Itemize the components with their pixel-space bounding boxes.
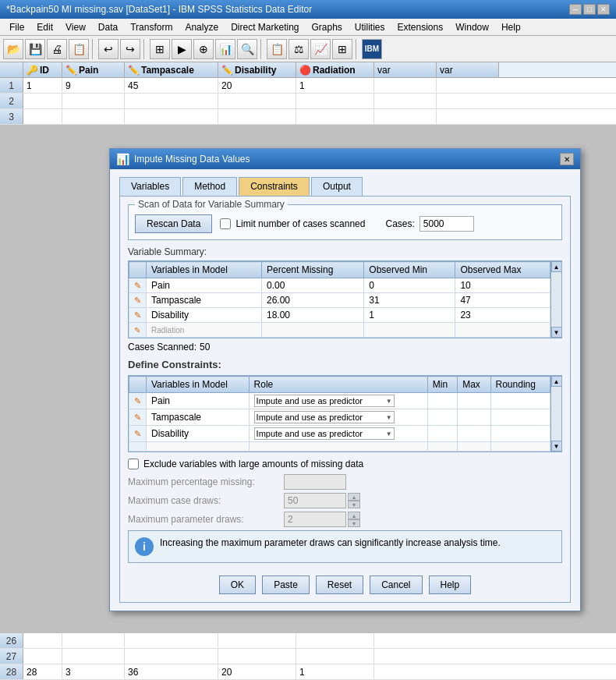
menu-view[interactable]: View <box>59 20 92 34</box>
constraint-table-scrollbar[interactable]: ▲ ▼ <box>551 376 561 452</box>
undo-button[interactable]: ↩ <box>98 39 119 59</box>
cell-1-tampa[interactable]: 45 <box>125 78 218 93</box>
goto-variable-button[interactable]: ▶ <box>172 39 192 59</box>
cell-28-disability[interactable]: 20 <box>218 664 296 679</box>
spin-up-case[interactable]: ▲ <box>348 493 360 501</box>
menu-utilities[interactable]: Utilities <box>349 20 391 34</box>
cell-3-disability[interactable] <box>218 109 296 124</box>
constraint-scroll-down[interactable]: ▼ <box>551 441 562 452</box>
cell-27-id[interactable] <box>23 649 62 664</box>
cell-28-tampa[interactable]: 36 <box>125 664 218 679</box>
cell-26-radiation[interactable] <box>296 633 374 648</box>
cell-2-radiation[interactable] <box>296 94 374 108</box>
dialog-close-button[interactable]: ✕ <box>560 153 574 165</box>
dc-tampascale-role-dropdown[interactable]: Impute and use as predictor ▼ <box>254 411 395 423</box>
tab-variables[interactable]: Variables <box>119 177 181 196</box>
cancel-button[interactable]: Cancel <box>370 576 422 594</box>
col-header-disability[interactable]: ✏️Disability <box>218 62 296 77</box>
dc-pain-rounding[interactable] <box>490 393 550 409</box>
cell-1-radiation[interactable]: 1 <box>296 78 374 93</box>
tab-method[interactable]: Method <box>182 177 237 196</box>
select-cases-button[interactable]: 📋 <box>267 39 287 59</box>
max-case-draws-input[interactable] <box>284 493 346 508</box>
menu-file[interactable]: File <box>3 20 30 34</box>
cell-26-disability[interactable] <box>218 633 296 648</box>
cell-27-radiation[interactable] <box>296 649 374 664</box>
cell-27-pain[interactable] <box>62 649 125 664</box>
spin-up-param[interactable]: ▲ <box>348 512 360 519</box>
spin-down-case[interactable]: ▼ <box>348 501 360 508</box>
cell-27-disability[interactable] <box>218 649 296 664</box>
cell-3-id[interactable] <box>23 109 62 124</box>
menu-window[interactable]: Window <box>449 20 495 34</box>
cell-3-radiation[interactable] <box>296 109 374 124</box>
cell-2-pain[interactable] <box>62 94 125 108</box>
goto-case-button[interactable]: ⊞ <box>150 39 170 59</box>
cell-3-var1[interactable] <box>374 109 437 124</box>
exclude-checkbox[interactable] <box>128 459 139 469</box>
menu-extensions[interactable]: Extensions <box>391 20 450 34</box>
paste-button[interactable]: Paste <box>262 576 310 594</box>
chart-button[interactable]: 📈 <box>310 39 331 59</box>
save-button[interactable]: 💾 <box>25 39 45 59</box>
cases-input[interactable] <box>420 216 474 232</box>
dc-tampascale-max[interactable] <box>458 409 490 426</box>
dc-pain-max[interactable] <box>458 393 490 409</box>
menu-transform[interactable]: Transform <box>124 20 179 34</box>
dc-pain-role-dropdown[interactable]: Impute and use as predictor ▼ <box>254 395 395 407</box>
table-button[interactable]: ⊞ <box>332 39 352 59</box>
cell-1-disability[interactable]: 20 <box>218 78 296 93</box>
constraint-scroll-up[interactable]: ▲ <box>551 376 562 387</box>
col-header-radiation[interactable]: 🔴Radiation <box>296 62 374 77</box>
ok-button[interactable]: OK <box>219 576 256 594</box>
open-button[interactable]: 📂 <box>3 39 23 59</box>
col-header-pain[interactable]: ✏️Pain <box>62 62 125 77</box>
summary-table-scrollbar[interactable]: ▲ ▼ <box>551 261 561 338</box>
insert-variable-button[interactable]: 📊 <box>215 39 235 59</box>
menu-graphs[interactable]: Graphs <box>305 20 348 34</box>
close-button[interactable]: ✕ <box>597 4 610 15</box>
cell-1-var1[interactable] <box>374 78 437 93</box>
cell-27-tampa[interactable] <box>125 649 218 664</box>
cell-26-tampa[interactable] <box>125 633 218 648</box>
max-param-draws-input[interactable] <box>284 512 346 527</box>
cell-3-var2[interactable] <box>437 109 499 124</box>
dc-disability-min[interactable] <box>427 426 457 442</box>
menu-data[interactable]: Data <box>92 20 124 34</box>
redo-button[interactable]: ↪ <box>120 39 140 59</box>
help-button[interactable]: Help <box>429 576 472 594</box>
reset-button[interactable]: Reset <box>316 576 363 594</box>
cell-26-id[interactable] <box>23 633 62 648</box>
rescan-data-button[interactable]: Rescan Data <box>135 214 212 233</box>
menu-help[interactable]: Help <box>495 20 527 34</box>
dc-tampascale-min[interactable] <box>427 409 457 426</box>
cell-3-pain[interactable] <box>62 109 125 124</box>
insert-case-button[interactable]: ⊕ <box>193 39 214 59</box>
cell-2-disability[interactable] <box>218 94 296 108</box>
col-header-var1[interactable]: var <box>374 62 437 77</box>
scroll-down-button[interactable]: ▼ <box>551 327 562 338</box>
cell-1-pain[interactable]: 9 <box>62 78 125 93</box>
max-param-draws-spinner[interactable]: ▲ ▼ <box>348 512 360 527</box>
dc-disability-max[interactable] <box>458 426 490 442</box>
cell-28-radiation[interactable]: 1 <box>296 664 374 679</box>
cell-2-var2[interactable] <box>437 94 499 108</box>
max-case-draws-spinner[interactable]: ▲ ▼ <box>348 493 360 508</box>
spin-down-param[interactable]: ▼ <box>348 519 360 527</box>
cell-28-id[interactable]: 28 <box>23 664 62 679</box>
col-header-tampascale[interactable]: ✏️Tampascale <box>125 62 218 77</box>
dc-disability-rounding[interactable] <box>490 426 550 442</box>
dialog-recall-button[interactable]: 📋 <box>69 39 89 59</box>
tab-constraints[interactable]: Constraints <box>239 177 310 196</box>
limit-cases-checkbox[interactable] <box>220 218 231 229</box>
print-button[interactable]: 🖨 <box>47 39 67 59</box>
col-header-id[interactable]: 🔑ID <box>23 62 62 77</box>
dc-tampascale-rounding[interactable] <box>490 409 550 426</box>
menu-analyze[interactable]: Analyze <box>179 20 225 34</box>
scroll-up-button[interactable]: ▲ <box>551 261 562 272</box>
weight-cases-button[interactable]: ⚖ <box>289 39 309 59</box>
cell-2-var1[interactable] <box>374 94 437 108</box>
menu-edit[interactable]: Edit <box>30 20 59 34</box>
col-header-var2[interactable]: var <box>437 62 499 77</box>
cell-3-tampa[interactable] <box>125 109 218 124</box>
